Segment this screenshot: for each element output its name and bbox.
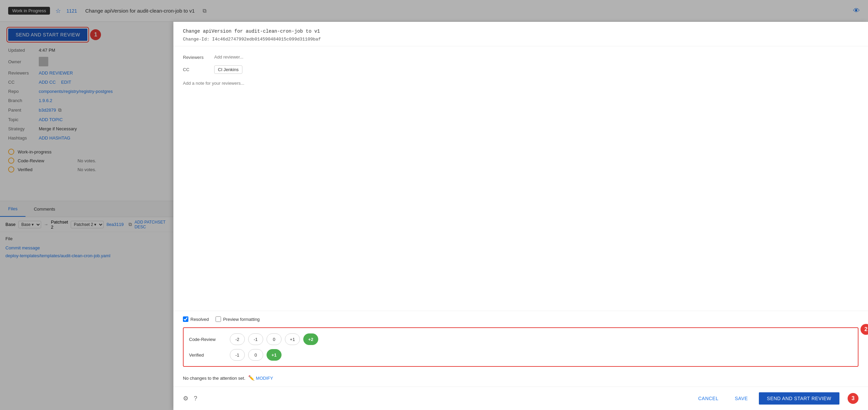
modal-header: Change apiVersion for audit-clean-cron-j… bbox=[173, 22, 868, 46]
modify-link[interactable]: ✏️ MODIFY bbox=[248, 375, 273, 381]
step-badge-2: 2 bbox=[861, 324, 868, 335]
preview-checkbox-label[interactable]: Preview formatting bbox=[216, 316, 260, 322]
pencil-icon: ✏️ bbox=[248, 375, 255, 381]
cc-field-row: CC CI Jenkins bbox=[183, 65, 858, 74]
verified-vote-row: Verified -1 0 +1 bbox=[189, 349, 852, 361]
attention-text: No changes to the attention set. bbox=[183, 376, 245, 381]
cc-field-label: CC bbox=[183, 67, 210, 72]
cancel-button[interactable]: CANCEL bbox=[693, 392, 724, 405]
verified-vote-label: Verified bbox=[189, 352, 226, 358]
attention-row: No changes to the attention set. ✏️ MODI… bbox=[173, 370, 868, 387]
note-textarea[interactable] bbox=[183, 78, 858, 146]
modal-commit-title: Change apiVersion for audit-clean-cron-j… bbox=[183, 29, 858, 34]
code-review-plus1[interactable]: +1 bbox=[285, 333, 300, 345]
modify-label: MODIFY bbox=[256, 376, 273, 381]
code-review-0[interactable]: 0 bbox=[267, 333, 282, 345]
preview-checkbox[interactable] bbox=[216, 316, 221, 322]
resolved-checkbox-label[interactable]: Resolved bbox=[183, 316, 209, 322]
voting-section: Code-Review -2 -1 0 +1 +2 Verified -1 0 … bbox=[183, 327, 858, 367]
review-modal: Change apiVersion for audit-clean-cron-j… bbox=[173, 22, 868, 410]
modal-footer: ⚙ ? CANCEL SAVE SEND AND START REVIEW 3 bbox=[173, 387, 868, 410]
save-button[interactable]: SAVE bbox=[729, 392, 753, 405]
step-badge-3: 3 bbox=[848, 393, 858, 404]
modal-body: Reviewers CC CI Jenkins bbox=[173, 46, 868, 311]
help-icon[interactable]: ? bbox=[194, 395, 197, 402]
code-review-minus1[interactable]: -1 bbox=[248, 333, 263, 345]
verified-minus1[interactable]: -1 bbox=[230, 349, 245, 361]
verified-0[interactable]: 0 bbox=[248, 349, 263, 361]
add-reviewer-input[interactable] bbox=[214, 53, 858, 61]
checkbox-row: Resolved Preview formatting bbox=[173, 311, 868, 327]
reviewer-row: Reviewers bbox=[183, 53, 858, 61]
cc-tag: CI Jenkins bbox=[214, 65, 242, 74]
code-review-vote-label: Code-Review bbox=[189, 337, 226, 342]
preview-label: Preview formatting bbox=[223, 317, 260, 322]
code-review-plus2[interactable]: +2 bbox=[303, 333, 318, 345]
reviewers-field-label: Reviewers bbox=[183, 55, 210, 60]
resolved-label: Resolved bbox=[190, 317, 209, 322]
code-review-vote-row: Code-Review -2 -1 0 +1 +2 bbox=[189, 333, 852, 345]
verified-plus1[interactable]: +1 bbox=[267, 349, 282, 361]
modal-change-id: Change-Id: I4c46d2747992edb014590484015c… bbox=[183, 37, 858, 42]
code-review-minus2[interactable]: -2 bbox=[230, 333, 245, 345]
send-and-start-review-button[interactable]: SEND AND START REVIEW bbox=[759, 392, 839, 405]
resolved-checkbox[interactable] bbox=[183, 316, 188, 322]
gear-icon[interactable]: ⚙ bbox=[183, 395, 188, 402]
